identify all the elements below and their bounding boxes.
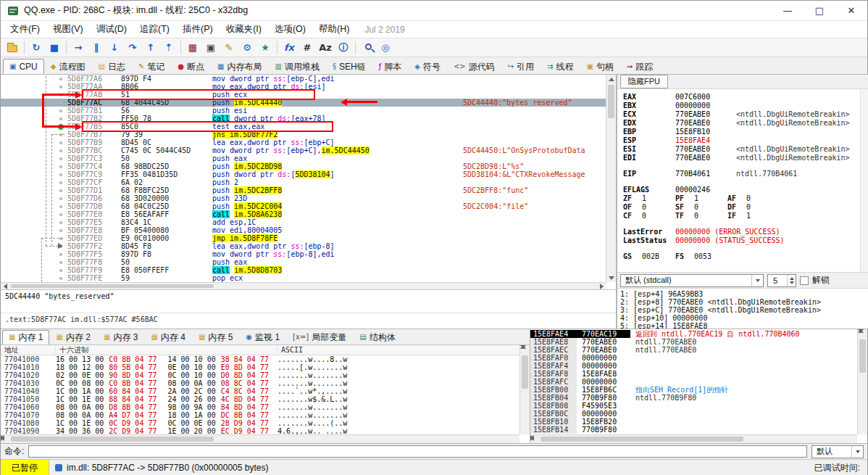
disasm-hscrollbar[interactable]	[1, 282, 606, 289]
windows-icon[interactable]: ▣	[202, 40, 220, 56]
bottom-tab-dump-3[interactable]: ▦内存 3	[97, 330, 144, 344]
maximize-button[interactable]: □	[804, 1, 835, 20]
gutter-dot[interactable]	[59, 237, 62, 240]
scroll-down-icon[interactable]	[606, 273, 616, 282]
notes-icon[interactable]: ✎	[220, 40, 238, 56]
preferences-gears-icon[interactable]: ⚙	[238, 40, 256, 56]
dump-row[interactable]: 770410300C 00 08 00C0 8B 04 7708 00 0A 0…	[4, 379, 530, 387]
gutter-dot[interactable]	[59, 141, 62, 144]
disasm-row[interactable]: 5D8F77AB51push ecx	[1, 91, 606, 99]
stack-arg-row[interactable]: 2: [esp+8] 770EABE0 <ntdll.DbgUiRemoteBr…	[620, 298, 866, 306]
disasm-row[interactable]: 5D8F77EDE9 0C010000jmp im.5D8F78FE	[1, 234, 606, 242]
disasm-row[interactable]: 5D8F77B2FF50 78call dword ptr ds:[eax+78…	[1, 115, 606, 123]
disasm-row[interactable]: 5D8F77B585C0test eax,eax	[1, 123, 606, 131]
stack-vscroll-thumb[interactable]	[859, 339, 866, 373]
dump-row[interactable]: 7704100016 00 13 00C0 8B 04 7714 00 10 0…	[4, 355, 530, 363]
scroll-right-icon[interactable]	[597, 283, 606, 289]
bottom-tab-struct[interactable]: ▤结构体	[353, 330, 401, 344]
disasm-row[interactable]: 5D8F77E8BF 05400080mov edi,80004005	[1, 226, 606, 234]
menu-item-plugins[interactable]: 插件(P)	[176, 21, 220, 38]
disasm-hscroll-thumb[interactable]	[11, 284, 214, 288]
stack-row[interactable]: 15E8FB0015E8FB6C指向SEH_Record[1]的指针	[530, 386, 857, 394]
dump-row[interactable]: 770410801C 00 1E 000C D9 04 770C 00 0E 0…	[4, 419, 530, 427]
command-mode-dropdown[interactable]: 默认	[811, 445, 864, 458]
stack-row[interactable]: 15E8FAE4770EAC19返回到 ntdll.770EAC19 自 ntd…	[530, 330, 857, 338]
register-row[interactable]: EIP770B4061ntdll.770B4061	[623, 170, 859, 178]
register-row[interactable]: LastStatus00000000 (STATUS_SUCCESS)	[623, 236, 859, 245]
argument-count-stepper[interactable]: 5	[767, 274, 796, 287]
register-row[interactable]: LastError00000000 (ERROR_SUCCESS)	[623, 228, 859, 236]
menu-item-help[interactable]: 帮助(H)	[312, 21, 356, 38]
disasm-row[interactable]: 5D8F77A6897D F4mov dword ptr ss:[ebp-C],…	[1, 75, 606, 83]
patches-hash-icon[interactable]: #	[299, 40, 316, 56]
gutter-dot[interactable]	[59, 173, 62, 176]
bottom-tab-watch-1[interactable]: ◉监视 1	[239, 330, 286, 344]
gutter-dot[interactable]	[59, 253, 62, 256]
stack-arg-row[interactable]: 4: [esp+10] 00000000	[620, 314, 866, 322]
trace-record-icon[interactable]: ▦	[184, 40, 201, 56]
disasm-row[interactable]: 5D8F77B156push esi	[1, 107, 606, 115]
restart-icon[interactable]: ↻	[28, 40, 45, 56]
tab-memory-map[interactable]: ▦内存布局	[211, 59, 268, 74]
stack-row[interactable]: 15E8FB0C00000000	[530, 410, 857, 418]
menu-item-favourites[interactable]: 收藏夹(I)	[220, 21, 268, 38]
stack-arg-row[interactable]: 5: [esp+14] 15E8FAE8	[620, 322, 866, 329]
stack-row[interactable]: 15E8FAEC770EABE0ntdll.770EABE0	[530, 346, 857, 354]
bottom-tab-dump-2[interactable]: ▦内存 2	[49, 330, 96, 344]
disasm-row[interactable]: 5D8F77CF6A 02push 2	[1, 178, 606, 186]
register-row[interactable]: ESI770EABE0<ntdll.DbgUiRemoteBreakin>	[623, 145, 859, 154]
disasm-vscroll-thumb[interactable]	[608, 85, 614, 118]
run-icon[interactable]: →	[70, 40, 87, 56]
unlock-checkbox[interactable]	[800, 276, 809, 285]
gutter-dot[interactable]	[59, 110, 62, 112]
disasm-row[interactable]: 5D8F77C350push eax	[1, 154, 606, 162]
dump-row[interactable]: 7704107008 00 0A 00A4 D7 04 7718 00 1A 0…	[4, 411, 530, 419]
search-icon[interactable]	[359, 40, 376, 56]
tab-references[interactable]: ↪引用	[501, 59, 541, 74]
gutter-dot[interactable]	[59, 221, 62, 224]
command-input[interactable]	[28, 445, 807, 458]
registers-vscrollbar[interactable]	[860, 89, 868, 272]
disasm-row[interactable]: 5D8F77C9FF35 0481D35Dpush dword ptr ds:[…	[1, 170, 606, 178]
dump-row[interactable]: 7704101018 00 12 0080 5B 04 770E 00 10 0…	[4, 363, 530, 371]
gutter-dot[interactable]	[59, 269, 62, 272]
gutter-dot[interactable]	[59, 261, 62, 264]
tab-seh[interactable]: §SEH链	[326, 59, 372, 74]
disasm-row[interactable]: 5D8F77E583C4 1Cadd esp,1C	[1, 218, 606, 226]
stop-icon[interactable]: ■	[46, 40, 63, 56]
tab-trace[interactable]: ⇒跟踪	[620, 59, 659, 74]
gutter-dot[interactable]	[59, 78, 62, 80]
menu-item-options[interactable]: 选项(O)	[268, 21, 312, 38]
register-row[interactable]: ECX770EABE0<ntdll.DbgUiRemoteBreakin>	[623, 110, 859, 119]
scroll-down-icon[interactable]	[520, 345, 526, 349]
hide-fpu-button[interactable]: 隐藏FPU	[620, 75, 668, 88]
disasm-row[interactable]: 5D8F77F850push eax	[1, 258, 606, 266]
tab-symbols[interactable]: ◈符号	[408, 59, 447, 74]
scroll-up-icon[interactable]	[606, 75, 616, 83]
disasm-row[interactable]: 5D8F77AA8B06mov eax,dword ptr ds:[esi]	[1, 83, 606, 91]
gutter-dot[interactable]	[59, 229, 62, 232]
disasm-row[interactable]: 5D8F77BCC745 0C 5044C45Dmov dword ptr ss…	[1, 146, 606, 154]
dump-row[interactable]: 770410501C 00 1E 0088 84 04 7724 00 26 0…	[4, 395, 530, 403]
stack-row[interactable]: 15E8FB08F45905E3	[530, 402, 857, 410]
execute-till-return-icon[interactable]: ↑	[142, 40, 159, 56]
stack-row[interactable]: 15E8FAF000000000	[530, 354, 857, 362]
stack-row[interactable]: 15E8FAF400000000	[530, 362, 857, 370]
stack-row[interactable]: 15E8FB1015E8FB20	[530, 418, 857, 426]
calling-convention-dropdown[interactable]: 默认 (stdcall)	[620, 274, 764, 287]
minimize-button[interactable]: —	[772, 1, 804, 20]
dump-vscroll-thumb[interactable]	[522, 355, 528, 389]
disasm-row[interactable]: 5D8F77DB68 04C0C25Dpush im.5DC2C0045DC2C…	[1, 202, 606, 210]
dump-hscrollbar[interactable]	[1, 434, 519, 443]
tab-log[interactable]: ▤日志	[92, 59, 132, 74]
bottom-tab-locals[interactable]: [x=]局部变量	[286, 330, 353, 344]
step-over-icon[interactable]: ↷	[124, 40, 141, 56]
disasm-row[interactable]: 5D8F77E0E8 56EAFAFFcall im.5D8A6238	[1, 210, 606, 218]
register-row[interactable]: EDX770EABE0<ntdll.DbgUiRemoteBreakin>	[623, 119, 859, 128]
menu-item-debug[interactable]: 调试(D)	[90, 21, 133, 38]
stack-row[interactable]: 15E8FB04770B9F80ntdll.770B9F80	[530, 394, 857, 402]
stack-row[interactable]: 15E8FAF815E8FAE8	[530, 370, 857, 378]
disasm-row[interactable]: 5D8F77FE59pop ecx	[1, 274, 606, 282]
register-row[interactable]: EFLAGS00000246	[623, 186, 859, 194]
stack-hscrollbar[interactable]	[530, 434, 857, 443]
